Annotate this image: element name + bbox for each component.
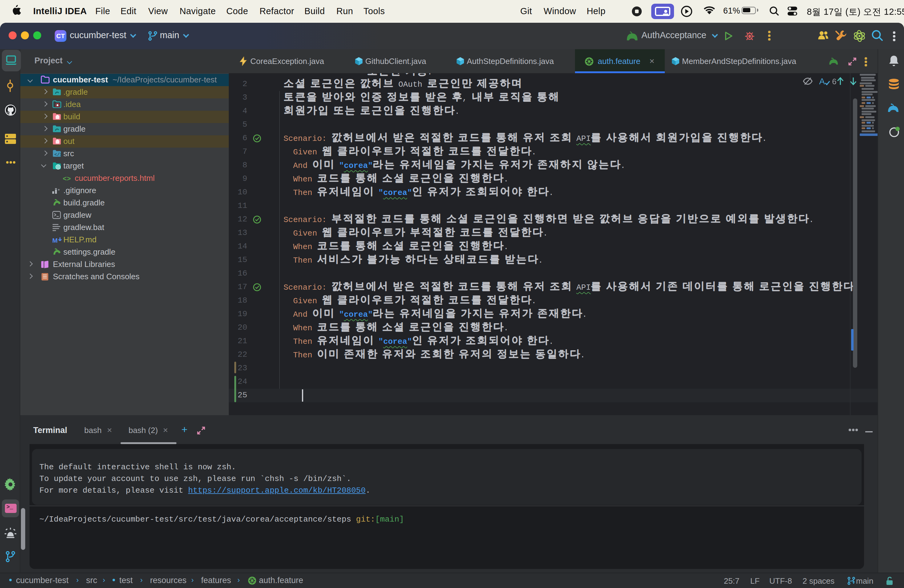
svg-text:<>: <> xyxy=(63,175,71,182)
svg-text:*: * xyxy=(57,188,59,193)
svg-text:M: M xyxy=(52,237,57,243)
svg-text:</>: </> xyxy=(54,152,62,158)
